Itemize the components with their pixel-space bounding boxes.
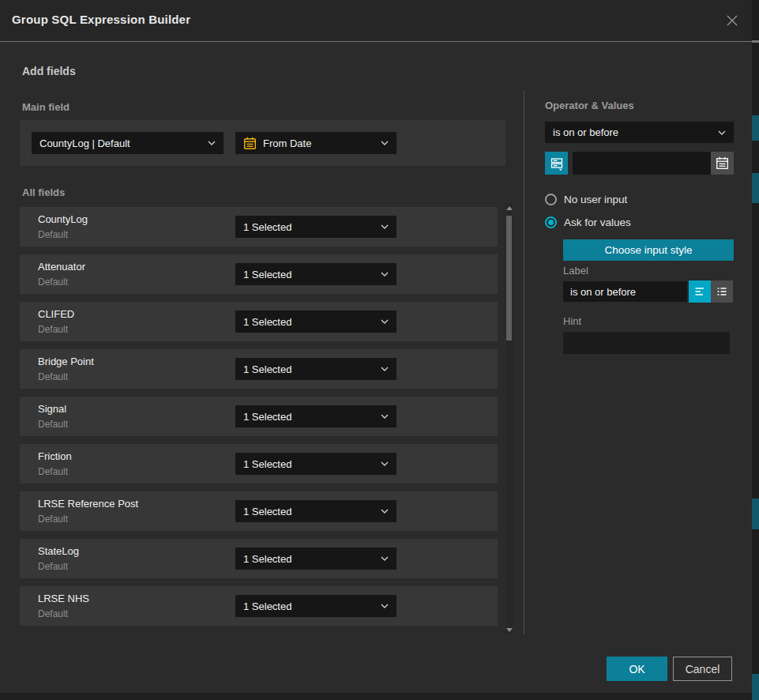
radio-selected-icon — [545, 216, 557, 228]
radio-label: Ask for values — [564, 216, 631, 228]
field-subtitle: Default — [38, 561, 68, 572]
field-selection-value: 1 Selected — [243, 600, 291, 612]
field-selection-dropdown[interactable]: 1 Selected — [235, 548, 396, 570]
field-selection-value: 1 Selected — [243, 553, 291, 565]
ok-button[interactable]: OK — [607, 657, 667, 681]
background-page-edge — [752, 0, 759, 700]
operator-select[interactable]: is on or before — [545, 122, 734, 143]
chevron-down-icon — [381, 224, 389, 229]
background-highlight-mark — [752, 115, 759, 141]
field-selection-dropdown[interactable]: 1 Selected — [235, 216, 396, 238]
chevron-down-icon — [208, 141, 216, 145]
chevron-down-icon — [718, 130, 726, 135]
field-subtitle: Default — [38, 466, 68, 477]
hint-input[interactable] — [563, 332, 730, 354]
chevron-down-icon — [381, 556, 389, 561]
field-selection-value: 1 Selected — [243, 458, 291, 470]
field-name: Friction — [38, 450, 72, 462]
field-name: LRSE Reference Post — [38, 498, 138, 510]
field-selection-dropdown[interactable]: 1 Selected — [235, 405, 396, 427]
hint-caption: Hint — [563, 315, 581, 327]
field-subtitle: Default — [38, 277, 68, 288]
field-subtitle: Default — [38, 324, 68, 335]
date-field-select-value: From Date — [263, 137, 311, 149]
field-name: StateLog — [38, 545, 79, 557]
field-subtitle: Default — [38, 371, 68, 382]
background-highlight-mark — [752, 499, 759, 529]
radio-unselected-icon — [545, 194, 557, 205]
pane-divider — [524, 91, 524, 634]
field-selection-value: 1 Selected — [243, 221, 291, 233]
background-highlight-mark — [752, 674, 759, 700]
field-row-lrse-reference-post: LRSE Reference Post Default 1 Selected — [20, 491, 498, 531]
field-subtitle: Default — [38, 514, 68, 525]
field-name: CLIFED — [38, 308, 74, 320]
chevron-down-icon — [381, 414, 389, 419]
field-selection-dropdown[interactable]: 1 Selected — [235, 453, 396, 475]
field-row-countylog: CountyLog Default 1 Selected — [20, 207, 498, 247]
list-style-toggle[interactable] — [711, 280, 733, 303]
field-selection-value: 1 Selected — [243, 316, 291, 328]
field-name: LRSE NHS — [38, 593, 89, 604]
dialog-bottom-edge — [0, 693, 759, 700]
field-subtitle: Default — [38, 229, 68, 240]
close-icon[interactable] — [722, 10, 742, 31]
value-input-row — [545, 152, 734, 175]
scroll-down-arrow-icon[interactable] — [506, 628, 513, 632]
label-input[interactable]: is on or before — [563, 281, 687, 302]
label-row: is on or before — [563, 280, 733, 303]
radio-ask-for-values[interactable]: Ask for values — [545, 216, 631, 228]
group-sql-expression-builder-dialog: Group SQL Expression Builder Add fields … — [0, 0, 759, 700]
scrollbar-thumb[interactable] — [506, 216, 512, 341]
all-fields-label: All fields — [22, 186, 65, 198]
all-fields-list: CountyLog Default 1 Selected Attenuator … — [20, 207, 498, 634]
field-selection-value: 1 Selected — [243, 269, 291, 280]
field-row-attenuator: Attenuator Default 1 Selected — [20, 254, 498, 294]
calendar-picker-button[interactable] — [711, 152, 734, 175]
date-value-input[interactable] — [573, 152, 711, 175]
field-row-signal: Signal Default 1 Selected — [20, 397, 498, 436]
chevron-down-icon — [381, 319, 389, 324]
date-calendar-icon — [243, 137, 257, 150]
main-field-label: Main field — [22, 101, 70, 113]
field-row-bridge-point: Bridge Point Default 1 Selected — [20, 349, 498, 389]
field-selection-value: 1 Selected — [243, 411, 291, 423]
date-field-select[interactable]: From Date — [235, 132, 396, 154]
fields-list-scrollbar[interactable] — [505, 204, 513, 634]
field-selection-dropdown[interactable]: 1 Selected — [235, 595, 396, 617]
dialog-title: Group SQL Expression Builder — [12, 13, 190, 26]
background-edge-mark — [752, 40, 759, 43]
field-selection-value: 1 Selected — [243, 506, 291, 517]
scroll-up-arrow-icon[interactable] — [506, 206, 513, 210]
layer-select-value: CountyLog | Default — [39, 137, 130, 149]
cancel-button[interactable]: Cancel — [673, 657, 732, 681]
chevron-down-icon — [381, 367, 389, 371]
field-name: Signal — [38, 403, 66, 415]
radio-no-user-input[interactable]: No user input — [545, 194, 627, 205]
field-name: CountyLog — [38, 213, 88, 225]
main-field-panel: CountyLog | Default From Date — [20, 120, 505, 166]
operator-select-value: is on or before — [553, 126, 618, 138]
field-selection-dropdown[interactable]: 1 Selected — [235, 358, 396, 380]
field-subtitle: Default — [38, 608, 68, 619]
dialog-header: Group SQL Expression Builder — [0, 0, 752, 42]
field-name: Bridge Point — [38, 356, 94, 367]
layer-select[interactable]: CountyLog | Default — [32, 132, 224, 154]
background-highlight-mark — [752, 173, 759, 203]
field-row-statelog: StateLog Default 1 Selected — [20, 539, 498, 578]
field-subtitle: Default — [38, 419, 68, 430]
label-caption: Label — [563, 265, 588, 277]
operator-values-heading: Operator & Values — [545, 100, 634, 111]
field-values-toggle-button[interactable] — [545, 152, 568, 175]
choose-input-style-button[interactable]: Choose input style — [563, 239, 734, 261]
radio-label: No user input — [564, 194, 627, 205]
label-input-value: is on or before — [570, 286, 636, 298]
field-row-lrse-nhs: LRSE NHS Default 1 Selected — [20, 586, 498, 626]
field-selection-dropdown[interactable]: 1 Selected — [235, 500, 396, 522]
chevron-down-icon — [381, 604, 389, 608]
field-selection-value: 1 Selected — [243, 363, 291, 375]
field-selection-dropdown[interactable]: 1 Selected — [235, 310, 396, 333]
single-line-style-toggle[interactable] — [689, 280, 711, 303]
field-name: Attenuator — [38, 261, 85, 273]
field-selection-dropdown[interactable]: 1 Selected — [235, 263, 396, 285]
